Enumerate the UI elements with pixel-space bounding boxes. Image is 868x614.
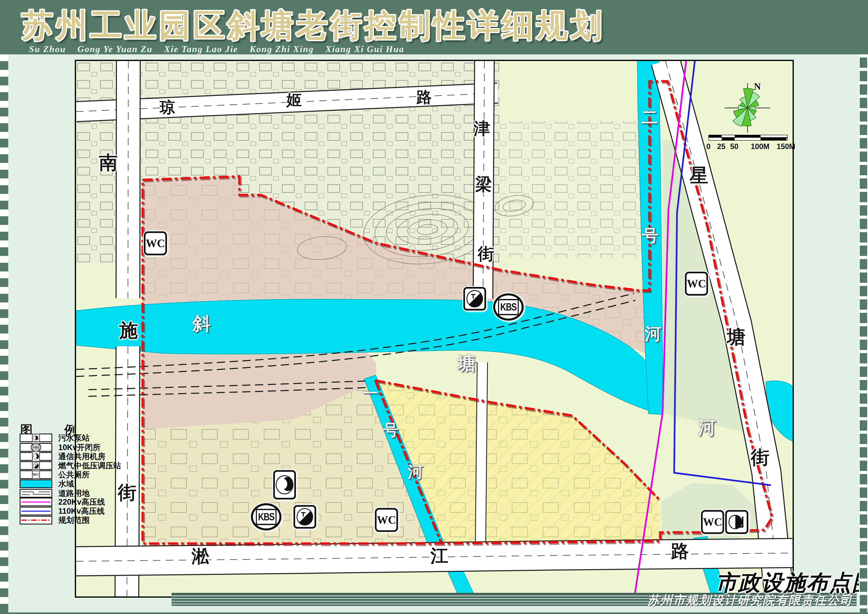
kbs-text: KBS <box>498 299 519 315</box>
legend-swatch-110kv <box>20 507 52 515</box>
wind-rose-compass <box>722 82 773 134</box>
gas-regulator-icon <box>463 287 486 310</box>
wc-text: WC <box>377 513 396 526</box>
public-toilet-icon: WC <box>701 510 724 534</box>
north-label: N <box>754 81 761 92</box>
road-label-nanshi-2: 施 <box>119 321 138 340</box>
legend-swatch-road <box>20 489 52 498</box>
scale-tick: 150M <box>777 142 795 151</box>
legend-label-pump: 污水泵站 <box>58 433 90 443</box>
legend-label-boundary: 规划范围 <box>58 515 90 526</box>
road-label-jinliang-1: 津 <box>474 120 490 137</box>
switching-station-icon: KBS <box>493 293 524 321</box>
canal-label-no1-3: 河 <box>408 464 423 480</box>
road-label-songjiang-2: 江 <box>431 547 448 564</box>
filmstrip-left-decoration <box>0 54 8 614</box>
bottom-edge-line <box>0 612 868 614</box>
wc-text: WC <box>687 277 706 290</box>
road-label-songjiang-1: 淞 <box>192 547 209 565</box>
gas-regulator-icon <box>293 505 316 529</box>
telecom-room-icon <box>273 470 296 499</box>
scale-tick: 50 <box>730 142 738 151</box>
canal-label-no1-2: 号 <box>383 422 398 438</box>
road-label-jinliang-2: 梁 <box>475 176 492 193</box>
filmstrip-right-decoration <box>859 54 868 614</box>
road-label-songjiang-3: 路 <box>671 542 689 560</box>
planning-map-sheet: { "header": { "title": "苏州工业园区斜塘老街控制性详细规… <box>0 0 868 614</box>
wc-text: WC <box>146 237 165 250</box>
page-title: 苏州工业园区斜塘老街控制性详细规划 <box>22 5 605 47</box>
legend-swatch-comm <box>20 452 52 461</box>
public-toilet-icon: WC <box>375 508 398 532</box>
map-canvas <box>75 60 794 598</box>
header-band: 苏州工业园区斜塘老街控制性详细规划 Su Zhou Gong Ye Yuan Z… <box>0 0 868 54</box>
road-label-qiongji-1: 琼 <box>160 100 175 115</box>
legend-swatch-gas <box>20 461 52 470</box>
kbs-text: KBS <box>256 509 276 525</box>
river-label-xietang-1: 斜 <box>192 315 211 333</box>
legend-swatch-kbs: KBS <box>20 443 52 452</box>
sewage-pump-icon <box>725 510 748 534</box>
road-label-xingtang-1: 星 <box>690 166 708 185</box>
legend-swatch-water <box>20 479 52 488</box>
legend-swatch-wc: WC <box>20 470 52 479</box>
scale-tick: 25 <box>717 142 725 151</box>
canal-label-no2-3: 河 <box>645 326 661 342</box>
page-subtitle-pinyin: Su Zhou Gong Ye Yuan Zu Xie Tang Lao Jie… <box>29 44 404 54</box>
map-drawing <box>76 61 792 597</box>
road-label-qiongji-2: 姬 <box>287 92 302 108</box>
scale-tick: 0 <box>707 142 710 151</box>
river-label-xietang-3: 河 <box>698 419 716 437</box>
road-label-nanshi-1: 南 <box>99 153 118 172</box>
scale-tick: 100M <box>751 142 769 151</box>
canal-label-no2-2: 号 <box>642 227 659 244</box>
road-label-xingtang-3: 街 <box>751 448 769 467</box>
road-label-jinliang-3: 街 <box>478 246 494 262</box>
switching-station-icon: KBS <box>251 503 282 530</box>
wc-text: WC <box>703 516 722 529</box>
canal-label-no1-1: 一 <box>363 385 378 401</box>
public-toilet-icon: WC <box>144 231 167 255</box>
public-toilet-icon: WC <box>685 271 708 296</box>
road-label-nanshi-3: 街 <box>118 483 136 502</box>
road-label-qiongji-3: 路 <box>417 90 432 105</box>
legend-swatch-220kv <box>20 498 52 506</box>
road-label-xingtang-2: 塘 <box>727 328 746 346</box>
legend-swatch-boundary <box>20 516 52 524</box>
legend-swatch-pump <box>20 434 52 442</box>
canal-label-no2-1: 二 <box>641 109 658 126</box>
sheet-title: 市政设施布点图 <box>716 568 868 598</box>
river-label-xietang-2: 塘 <box>457 354 476 372</box>
legend-label-water: 水域 <box>58 479 74 489</box>
